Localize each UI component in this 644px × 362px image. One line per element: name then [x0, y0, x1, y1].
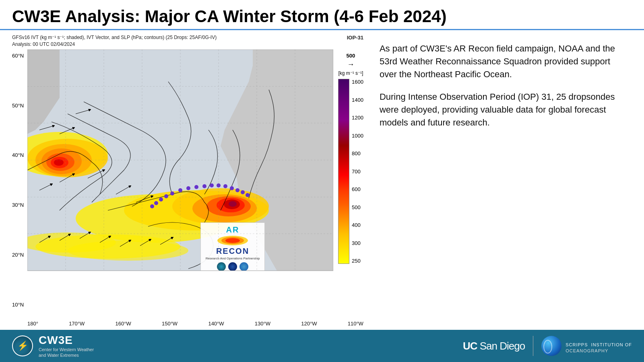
scripps-text: SCRIPPS INSTITUTION OF OCEANOGRAPHY — [566, 339, 632, 353]
svg-point-51 — [154, 201, 158, 205]
svg-point-38 — [186, 186, 190, 190]
page-wrapper: CW3E Analysis: Major CA Winter Storm (4-… — [0, 0, 644, 362]
svg-point-47 — [246, 193, 250, 197]
y-label-40: 40°N — [12, 152, 26, 158]
scripps-title: SCRIPPS INSTITUTION OF — [566, 339, 632, 348]
map-meta-line1: GFSv16 IVT (kg m⁻¹ s⁻¹; shaded), IVT Vec… — [12, 34, 363, 41]
x-170w: 170°W — [69, 321, 85, 327]
colorbar-unit-label: [kg m⁻¹ s⁻¹] — [338, 70, 363, 77]
map-yaxis: 60°N 50°N 40°N 30°N 20°N 10°N — [12, 49, 27, 320]
y-label-30: 30°N — [12, 202, 26, 208]
cb-400: 400 — [352, 222, 363, 228]
cb-500: 500 — [352, 204, 363, 210]
svg-point-44 — [230, 186, 234, 190]
x-150w: 150°W — [162, 321, 178, 327]
main-content: IOP-31 GFSv16 IVT (kg m⁻¹ s⁻¹; shaded), … — [0, 30, 644, 330]
scripps-globe — [541, 336, 561, 356]
cb-700: 700 — [352, 169, 363, 175]
svg-point-39 — [194, 185, 198, 189]
recon-text: RECON — [204, 247, 261, 256]
svg-point-49 — [164, 194, 168, 198]
cb-600: 600 — [352, 186, 363, 192]
cb-250: 250 — [352, 258, 363, 264]
x-110w: 110°W — [348, 321, 363, 327]
colorbar-arrow: → — [338, 60, 363, 69]
cb-800: 800 — [352, 150, 363, 156]
map-meta-line2: Analysis: 00 UTC 02/04/2024 — [12, 41, 363, 48]
footer-left: CW3E Center for Western Weather and Wate… — [12, 334, 94, 358]
paragraph-1: As part of CW3E's AR Recon field campaig… — [380, 42, 628, 81]
header: CW3E Analysis: Major CA Winter Storm (4-… — [0, 0, 644, 30]
cw3e-subtitle-2: and Water Extremes — [39, 352, 94, 358]
footer-divider — [533, 336, 533, 356]
ucsd-logo: UC UC San DiegoSan Diego — [463, 340, 525, 352]
y-label-20: 20°N — [12, 252, 26, 258]
colorbar: 500 → [kg m⁻¹ s⁻¹] 250 300 400 500 600 7… — [338, 53, 363, 320]
footer: CW3E Center for Western Weather and Wate… — [0, 330, 644, 362]
cb-300: 300 — [352, 240, 363, 246]
cb-1400: 1400 — [352, 97, 363, 103]
cw3e-text: CW3E Center for Western Weather and Wate… — [39, 334, 94, 358]
map-svg: AR RECON Research And Operations Partner… — [27, 49, 333, 283]
page-title: CW3E Analysis: Major CA Winter Storm (4-… — [12, 7, 632, 26]
svg-point-40 — [202, 184, 206, 188]
x-180: 180° — [27, 321, 38, 327]
y-label-10: 10°N — [12, 302, 26, 308]
ar-text: AR — [204, 225, 261, 234]
x-160w: 160°W — [116, 321, 131, 327]
x-130w: 130°W — [255, 321, 270, 327]
svg-point-45 — [235, 188, 239, 192]
paragraph-2: During Intense Observation Period (IOP) … — [380, 90, 628, 129]
map-meta: IOP-31 GFSv16 IVT (kg m⁻¹ s⁻¹; shaded), … — [12, 34, 363, 48]
svg-point-41 — [210, 183, 214, 187]
scripps-block: SCRIPPS INSTITUTION OF OCEANOGRAPHY — [541, 336, 632, 356]
svg-point-48 — [170, 191, 174, 195]
text-panel: As part of CW3E's AR Recon field campaig… — [372, 34, 632, 327]
svg-point-18 — [229, 201, 237, 207]
svg-point-52 — [150, 204, 154, 208]
ar-recon-logo: AR RECON Research And Operations Partner… — [200, 222, 265, 271]
svg-point-50 — [159, 197, 163, 202]
y-label-50: 50°N — [12, 103, 26, 109]
map-container: AR RECON Research And Operations Partner… — [27, 49, 333, 320]
svg-point-55 — [225, 238, 240, 243]
cw3e-title: CW3E — [39, 334, 94, 347]
map-xaxis: 180° 170°W 160°W 150°W 140°W 130°W 120°W… — [12, 320, 363, 327]
y-label-60: 60°N — [12, 53, 26, 59]
cw3e-subtitle-1: Center for Western Weather — [39, 347, 94, 352]
cb-1600: 1600 — [352, 79, 363, 85]
x-120w: 120°W — [301, 321, 317, 327]
cw3e-logo-inner — [13, 336, 32, 356]
svg-point-13 — [54, 159, 64, 166]
svg-point-43 — [223, 184, 227, 188]
ar-recon-subtitle: Research And Operations Partnership — [204, 257, 261, 260]
x-140w: 140°W — [208, 321, 224, 327]
svg-point-46 — [241, 190, 245, 194]
cb-1200: 1200 — [352, 115, 363, 121]
colorbar-top-value: 500 — [338, 53, 363, 59]
scripps-subtitle: OCEANOGRAPHY — [566, 348, 632, 353]
cb-1000: 1000 — [352, 133, 363, 139]
cw3e-logo — [12, 335, 33, 356]
footer-right: UC UC San DiegoSan Diego SCRIPPS INSTITU… — [463, 336, 632, 356]
map-iop: IOP-31 — [347, 34, 363, 41]
map-area: IOP-31 GFSv16 IVT (kg m⁻¹ s⁻¹; shaded), … — [12, 34, 363, 327]
